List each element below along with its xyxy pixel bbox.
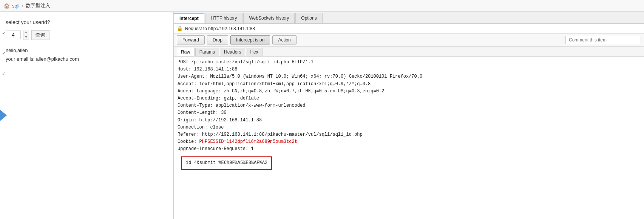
result-line1: hello,allen	[6, 46, 168, 55]
forward-button[interactable]: Forward	[177, 35, 205, 44]
request-line-9: Connection: close	[178, 124, 640, 131]
home-icon: 🏠	[4, 3, 10, 9]
right-panel: Intercept HTTP history WebSockets histor…	[174, 12, 644, 219]
left-panel: ✓ ✓ ✓ select your userid? ▲ ▼ 查询 hello,a…	[0, 12, 174, 219]
content-tab-hex[interactable]: Hex	[246, 48, 262, 56]
breadcrumb-current: 数字型注入	[26, 2, 50, 9]
breadcrumb-separator: ›	[22, 3, 23, 9]
breadcrumb-sqli-link[interactable]: sqli	[12, 3, 20, 9]
tab-websockets-history[interactable]: WebSockets history	[243, 13, 295, 23]
request-line-6: Content-Type: application/x-www-form-url…	[178, 102, 640, 109]
request-line-8: Origin: http://192.168.141.1:88	[178, 117, 640, 124]
request-line-4: Accept-Language: zh-CN,zh;q=0.8,zh-TW;q=…	[178, 88, 640, 95]
main-layout: ✓ ✓ ✓ select your userid? ▲ ▼ 查询 hello,a…	[0, 12, 644, 219]
request-line-7: Content-Length: 30	[178, 109, 640, 116]
tab-options[interactable]: Options	[295, 13, 322, 23]
request-line-1: Host: 192.168.141.1:88	[178, 66, 640, 73]
request-line-cookie: Cookie: PHPSESSID=l142dpfl16m2a689n5oum3…	[178, 138, 640, 145]
query-button[interactable]: 查询	[31, 30, 49, 40]
result-line2: your email is: allen@pikachu.com	[6, 55, 168, 63]
post-body-box: id=4&submit=%E6%9F%A5%E8%AF%A2	[181, 156, 272, 170]
request-line-10: Referer: http://192.168.141.1:88/pikachu…	[178, 131, 640, 138]
userid-input[interactable]	[6, 31, 21, 39]
request-line-0: POST /pikachu-master/vul/sqli/sqli_id.ph…	[178, 59, 640, 66]
top-tabs-row: Intercept HTTP history WebSockets histor…	[174, 12, 644, 24]
check-mark-3: ✓	[2, 71, 6, 77]
input-row: ▲ ▼ 查询	[6, 30, 168, 40]
cookie-value: PHPSESSID=l142dpfl16m2a689n5oum3tc2t	[199, 139, 297, 144]
content-tab-headers[interactable]: Headers	[220, 48, 245, 56]
tab-intercept[interactable]: Intercept	[174, 13, 204, 23]
drop-button[interactable]: Drop	[207, 35, 228, 44]
spin-down-button[interactable]: ▼	[23, 35, 29, 40]
check-mark-2: ✓	[2, 51, 6, 56]
intercept-is-on-button[interactable]: Intercept is on	[230, 35, 270, 44]
tab-http-history[interactable]: HTTP history	[205, 13, 243, 23]
request-line-5: Accept-Encoding: gzip, deflate	[178, 95, 640, 102]
request-line-12: Upgrade-Insecure-Requests: 1	[178, 145, 640, 153]
request-label: Request to http://192.168.141.1:88	[185, 26, 255, 31]
spin-up-button[interactable]: ▲	[23, 30, 29, 35]
request-body: POST /pikachu-master/vul/sqli/sqli_id.ph…	[174, 57, 644, 219]
check-mark-1: ✓	[2, 31, 6, 36]
content-tab-params[interactable]: Params	[195, 48, 219, 56]
comment-input[interactable]	[565, 36, 641, 44]
action-bar: 🔒 Request to http://192.168.141.1:88	[174, 24, 644, 34]
content-tabs-row: Raw Params Headers Hex	[174, 47, 644, 57]
request-line-2: User-Agent: Mozilla/5.0 (Windows NT 10.0…	[178, 73, 640, 80]
lock-icon: 🔒	[177, 26, 183, 31]
button-bar: Forward Drop Intercept is on Action	[174, 34, 644, 47]
breadcrumb: 🏠 sqli › 数字型注入	[0, 0, 644, 12]
userid-label: select your userid?	[6, 19, 168, 25]
request-line-3: Accept: text/html,application/xhtml+xml,…	[178, 81, 640, 88]
result-text: hello,allen your email is: allen@pikachu…	[6, 46, 168, 64]
spin-buttons: ▲ ▼	[23, 30, 29, 40]
action-button[interactable]: Action	[272, 35, 296, 44]
content-tab-raw[interactable]: Raw	[177, 48, 195, 56]
